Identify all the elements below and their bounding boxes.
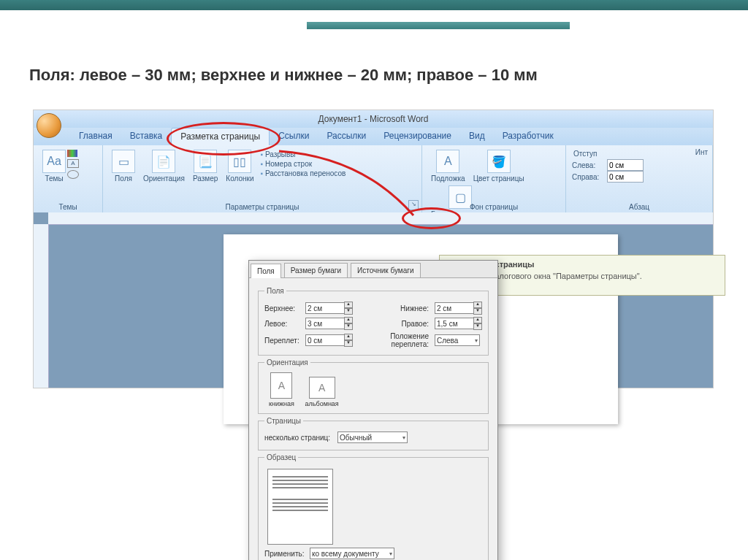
columns-icon: ▯▯	[228, 150, 251, 173]
size-button[interactable]: 📃Размер	[193, 150, 218, 183]
dialog-tabs: Поля Размер бумаги Источник бумаги	[249, 261, 497, 278]
dialog-tab-source[interactable]: Источник бумаги	[351, 263, 421, 277]
breaks-button[interactable]: Разрывы	[259, 150, 348, 159]
spin-down-icon[interactable]: ▼	[473, 308, 482, 315]
page-color-icon: 🪣	[487, 150, 511, 173]
spin-down-icon[interactable]: ▼	[344, 323, 353, 330]
margins-icon: ▭	[112, 150, 135, 173]
tab-review[interactable]: Рецензирование	[375, 128, 460, 145]
slide-title: Поля: левое – 30 мм; верхнее и нижнее – …	[29, 66, 538, 85]
spin-down-icon[interactable]: ▼	[344, 340, 353, 347]
orientation-portrait[interactable]: Aкнижная	[269, 372, 294, 407]
tab-view[interactable]: Вид	[460, 128, 494, 145]
indent-right-label: Справа:	[572, 173, 604, 181]
spin-up-icon[interactable]: ▲	[344, 334, 353, 340]
ribbon-tabs: Главная Вставка Разметка страницы Ссылки…	[34, 128, 713, 145]
dialog-tab-margins[interactable]: Поля	[251, 264, 281, 278]
gutter-input[interactable]: 0 см	[305, 334, 345, 346]
theme-fonts-icon[interactable]: A	[67, 159, 79, 168]
slide-accent-bar	[307, 22, 570, 29]
margin-left-input[interactable]: 3 см	[305, 318, 345, 329]
spin-up-icon[interactable]: ▲	[473, 302, 482, 308]
group-paragraph: Отступ Слева: Справа: Инт Абзац	[566, 145, 713, 212]
theme-colors-icon[interactable]	[67, 150, 77, 157]
hyphenation-button[interactable]: Расстановка переносов	[259, 169, 348, 178]
themes-icon: Aa	[42, 150, 66, 173]
orientation-icon: 📄	[152, 150, 175, 173]
group-page-background: AПодложка 🪣Цвет страницы ▢Границы страни…	[422, 145, 566, 212]
group-background-label: Фон страницы	[422, 203, 565, 211]
watermark-button[interactable]: AПодложка	[431, 150, 465, 183]
line-numbers-button[interactable]: Номера строк	[259, 159, 348, 169]
apply-to-combo[interactable]: ко всему документу	[310, 548, 394, 559]
tab-home[interactable]: Главная	[70, 128, 121, 145]
multipage-combo[interactable]: Обычный	[337, 431, 408, 443]
preview-thumbnail	[267, 469, 333, 545]
gutter-pos-combo[interactable]: Слева	[435, 334, 480, 346]
theme-effects-icon[interactable]	[67, 170, 79, 179]
fieldset-orientation: Ориентация Aкнижная Aальбомная	[258, 358, 489, 414]
dialog-body: Поля Верхнее: 2 см▲▼ Нижнее: 2 см▲▼ Лево…	[249, 278, 497, 560]
spacing-header: Инт	[695, 148, 708, 156]
page-setup-dialog: Поля Размер бумаги Источник бумаги Поля …	[248, 260, 498, 560]
spin-up-icon[interactable]: ▲	[344, 302, 353, 308]
indent-header: Отступ	[573, 150, 706, 158]
tab-mailings[interactable]: Рассылки	[318, 128, 375, 145]
margins-button[interactable]: ▭Поля	[112, 150, 135, 183]
fieldset-preview: Образец Применить: ко всему документу	[258, 453, 489, 560]
tab-page-layout[interactable]: Разметка страницы	[171, 128, 270, 145]
ribbon: Aa Темы A Темы ▭Поля 📄Ориентация 📃Размер…	[34, 145, 713, 213]
spin-up-icon[interactable]: ▲	[473, 317, 482, 323]
gutter-pos-label: Положение переплета:	[356, 332, 432, 348]
page-color-button[interactable]: 🪣Цвет страницы	[473, 150, 524, 183]
fieldset-preview-legend: Образец	[264, 453, 298, 461]
spin-down-icon[interactable]: ▼	[344, 308, 353, 315]
orientation-button[interactable]: 📄Ориентация	[143, 150, 185, 183]
apply-to-label: Применить:	[264, 550, 307, 558]
multipage-label: несколько страниц:	[264, 434, 335, 442]
fieldset-orientation-legend: Ориентация	[264, 358, 310, 367]
group-page-setup: ▭Поля 📄Ориентация 📃Размер ▯▯Колонки Разр…	[103, 145, 422, 212]
watermark-icon: A	[436, 150, 459, 173]
group-themes: Aa Темы A Темы	[34, 145, 103, 212]
orientation-landscape[interactable]: Aальбомная	[305, 377, 339, 407]
themes-button[interactable]: Aa Темы	[42, 150, 66, 183]
fieldset-margins: Поля Верхнее: 2 см▲▼ Нижнее: 2 см▲▼ Лево…	[258, 287, 489, 356]
group-paragraph-label: Абзац	[566, 203, 712, 211]
group-themes-label: Темы	[34, 203, 102, 211]
margin-bottom-label: Нижнее:	[356, 304, 432, 312]
size-icon: 📃	[194, 150, 217, 173]
vertical-ruler[interactable]	[34, 224, 49, 388]
margin-right-label: Правое:	[356, 320, 432, 328]
indent-left-input[interactable]	[607, 159, 644, 171]
margin-left-label: Левое:	[264, 320, 302, 328]
columns-button[interactable]: ▯▯Колонки	[226, 150, 253, 183]
indent-right-input[interactable]	[607, 171, 644, 183]
spin-up-icon[interactable]: ▲	[344, 317, 353, 323]
slide-top-bar	[0, 0, 748, 10]
gutter-label: Переплет:	[264, 337, 302, 345]
spin-down-icon[interactable]: ▼	[473, 323, 482, 330]
window-title: Документ1 - Microsoft Word	[34, 110, 713, 128]
horizontal-ruler[interactable]	[48, 212, 713, 225]
group-page-setup-label: Параметры страницы	[103, 203, 421, 211]
fieldset-margins-legend: Поля	[264, 287, 286, 295]
margin-right-input[interactable]: 1,5 см	[435, 318, 474, 329]
office-button[interactable]	[37, 113, 61, 138]
fieldset-pages: Страницы несколько страниц: Обычный	[258, 417, 489, 450]
dialog-tab-paper[interactable]: Размер бумаги	[284, 263, 348, 277]
fieldset-pages-legend: Страницы	[264, 417, 303, 425]
margin-top-label: Верхнее:	[264, 304, 302, 312]
tab-developer[interactable]: Разработчик	[494, 128, 562, 145]
indent-left-label: Слева:	[572, 161, 604, 169]
margin-top-input[interactable]: 2 см	[305, 302, 345, 314]
tab-insert[interactable]: Вставка	[121, 128, 172, 145]
tab-references[interactable]: Ссылки	[270, 128, 318, 145]
margin-bottom-input[interactable]: 2 см	[435, 302, 474, 314]
